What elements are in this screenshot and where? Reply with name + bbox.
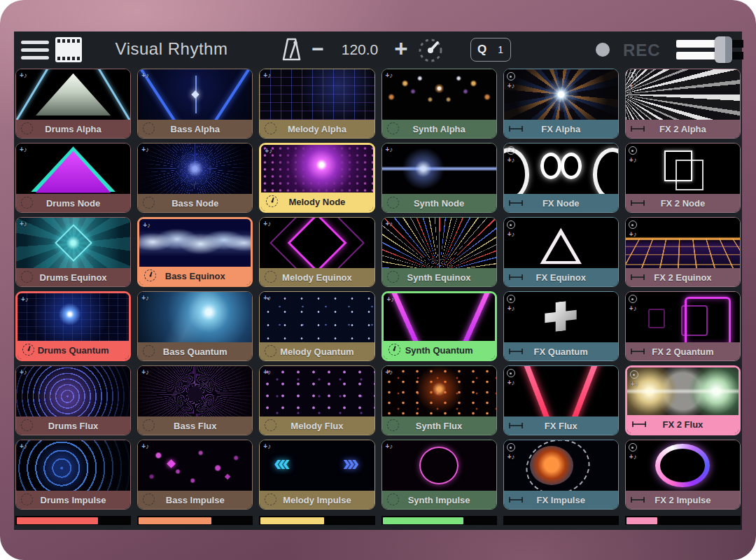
meter-fill	[17, 517, 98, 524]
clip-fx2-equinox[interactable]: +♪FX 2 Equinox	[625, 217, 741, 287]
clip-drums-alpha[interactable]: +♪Drums Alpha	[15, 69, 131, 139]
clip-label: FX 2 Flux	[663, 419, 704, 430]
metronome-icon[interactable]	[282, 38, 301, 62]
audio-follow-icon: +♪	[263, 294, 271, 302]
clip-bass-alpha[interactable]: +♪Bass Alpha	[137, 69, 253, 139]
hold-mode-icon	[509, 497, 523, 503]
loop-circle-icon	[507, 72, 515, 80]
clip-melody-flux[interactable]: +♪Melody Flux	[259, 365, 374, 435]
clip-bass-quantum[interactable]: +♪Bass Quantum	[137, 291, 253, 361]
meter-synth[interactable]	[382, 516, 497, 525]
clip-label-bar: Drums Alpha	[16, 120, 130, 138]
launch-dial-icon	[21, 197, 33, 209]
screen-background: Visual Rhythm − 120.0 + Q 1 REC	[0, 0, 756, 560]
clip-thumbnail: +♪	[504, 366, 618, 416]
audio-follow-icon: +♪	[386, 71, 393, 79]
clip-thumbnail: +♪	[626, 218, 740, 268]
tempo-value[interactable]: 120.0	[330, 41, 389, 58]
clip-melody-impulse[interactable]: +♪Melody Impulse	[259, 440, 374, 510]
clip-synth-equinox[interactable]: +♪Synth Equinox	[382, 217, 497, 287]
clip-fx-impulse[interactable]: +♪FX Impulse	[503, 440, 619, 510]
record-indicator[interactable]	[596, 43, 610, 57]
film-strip-icon[interactable]	[55, 37, 82, 62]
loop-circle-icon	[507, 443, 515, 451]
clip-thumbnail: +♪	[382, 144, 496, 194]
clip-fx-node[interactable]: +♪FX Node	[503, 143, 619, 213]
master-slider[interactable]	[675, 36, 745, 63]
clip-label: FX Quantum	[534, 346, 588, 357]
clip-synth-impulse[interactable]: +♪Synth Impulse	[382, 440, 497, 510]
clip-synth-quantum[interactable]: +♪Synth Quantum	[382, 291, 497, 361]
audio-follow-icon: +♪	[507, 82, 515, 90]
clip-bass-node[interactable]: +♪Bass Node	[137, 143, 253, 213]
clip-label-bar: FX Node	[504, 194, 618, 212]
audio-follow-icon: +♪	[263, 220, 271, 227]
clip-melody-node[interactable]: +♪Melody Node	[259, 143, 374, 213]
clip-label: FX Alpha	[541, 124, 580, 134]
clip-drums-flux[interactable]: +♪Drums Flux	[15, 365, 131, 435]
clip-fx2-impulse[interactable]: +♪FX 2 Impulse	[625, 440, 741, 510]
clip-label: Synth Node	[414, 198, 464, 209]
audio-follow-icon: +♪	[141, 442, 149, 450]
clip-label-bar: Synth Impulse	[382, 491, 496, 509]
clip-fx-equinox[interactable]: +♪FX Equinox	[503, 217, 619, 287]
clip-melody-equinox[interactable]: +♪Melody Equinox	[259, 217, 374, 287]
meter-fx-2[interactable]	[625, 516, 741, 525]
launch-dial-icon	[387, 122, 399, 134]
clip-fx2-flux[interactable]: +♪FX 2 Flux	[625, 365, 741, 435]
clip-bass-impulse[interactable]: +♪Bass Impulse	[137, 440, 253, 510]
clip-label-bar: FX 2 Alpha	[626, 120, 740, 138]
clip-thumbnail: +♪	[504, 292, 618, 342]
clip-label: FX 2 Equinox	[654, 272, 711, 283]
sync-dial-icon[interactable]	[416, 35, 445, 64]
clip-fx-flux[interactable]: +♪FX Flux	[503, 365, 619, 435]
clip-drums-quantum[interactable]: +♪Drums Quantum	[15, 291, 131, 361]
clip-label: Synth Equinox	[407, 272, 471, 283]
clip-bass-flux[interactable]: +♪Bass Flux	[137, 365, 253, 435]
clip-drums-equinox[interactable]: +♪Drums Equinox	[15, 217, 131, 287]
clip-melody-quantum[interactable]: +♪Melody Quantum	[259, 291, 374, 361]
meter-fill	[383, 517, 464, 524]
clip-label: Drums Equinox	[40, 272, 107, 283]
meter-bass[interactable]	[137, 516, 253, 525]
audio-follow-icon: +♪	[387, 295, 395, 303]
clip-fx2-quantum[interactable]: +♪FX 2 Quantum	[625, 291, 741, 361]
meter-fill	[260, 517, 324, 524]
clip-fx-alpha[interactable]: +♪FX Alpha	[503, 69, 619, 139]
clip-label: Bass Alpha	[171, 124, 220, 134]
meter-fx[interactable]	[503, 516, 619, 525]
audio-follow-icon: +♪	[507, 379, 515, 386]
clip-label: FX 2 Impulse	[654, 495, 710, 505]
meter-drums[interactable]	[15, 516, 131, 525]
clip-thumbnail: +♪	[504, 69, 618, 120]
clip-drums-node[interactable]: +♪Drums Node	[15, 143, 131, 213]
menu-icon[interactable]	[21, 41, 49, 59]
launch-dial-icon	[387, 493, 399, 505]
clip-fx-quantum[interactable]: +♪FX Quantum	[503, 291, 619, 361]
clip-thumbnail: +♪	[260, 218, 374, 268]
audio-follow-icon: +♪	[20, 71, 27, 79]
clip-fx2-alpha[interactable]: +♪FX 2 Alpha	[625, 69, 741, 139]
tempo-increase-button[interactable]: +	[389, 36, 413, 62]
clip-fx2-node[interactable]: +♪FX 2 Node	[625, 143, 741, 213]
clip-thumbnail: +♪	[260, 366, 374, 416]
clip-label-bar: FX Quantum	[504, 342, 618, 360]
tempo-decrease-button[interactable]: −	[307, 37, 329, 61]
page-title: Visual Rhythm	[91, 39, 252, 59]
meter-melody[interactable]	[259, 516, 374, 525]
clip-bass-equinox[interactable]: +♪Bass Equinox	[137, 217, 253, 287]
audio-follow-icon: +♪	[386, 220, 393, 227]
launch-dial-icon	[266, 195, 278, 207]
clip-label: Melody Quantum	[280, 346, 354, 357]
clip-thumbnail: +♪	[16, 69, 130, 120]
clip-drums-impulse[interactable]: +♪Drums Impulse	[15, 440, 131, 510]
clip-synth-node[interactable]: +♪Synth Node	[382, 143, 497, 213]
clip-synth-flux[interactable]: +♪Synth Flux	[382, 365, 497, 435]
clip-synth-alpha[interactable]: +♪Synth Alpha	[382, 69, 497, 139]
hold-mode-icon	[509, 349, 523, 354]
clip-thumbnail: +♪	[382, 440, 496, 491]
slider-thumb[interactable]	[715, 36, 732, 63]
quantize-box[interactable]: Q 1	[470, 38, 511, 62]
hold-mode-icon	[509, 126, 523, 132]
clip-melody-alpha[interactable]: +♪Melody Alpha	[259, 69, 374, 139]
